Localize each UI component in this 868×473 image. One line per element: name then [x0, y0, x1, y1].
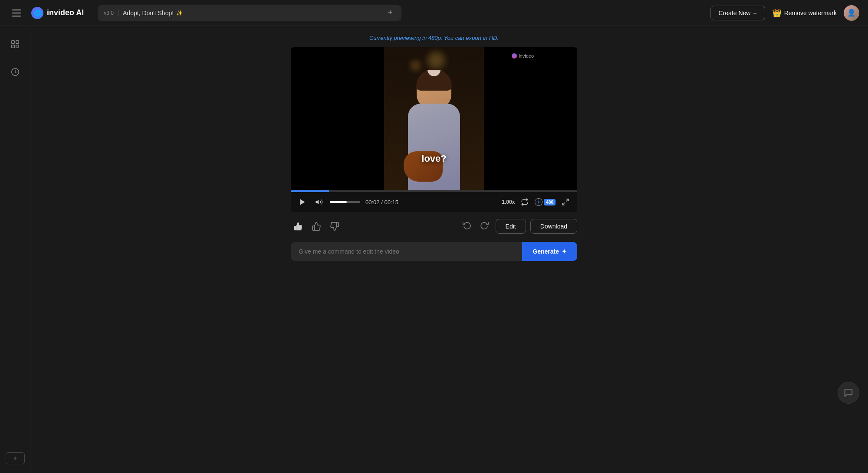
- svg-rect-2: [11, 45, 14, 48]
- remove-watermark-button[interactable]: 👑 Remove watermark: [772, 8, 837, 18]
- sparkle-icon: ✨: [176, 10, 183, 16]
- redo-button[interactable]: [477, 218, 491, 234]
- thumbs-up-filled-button[interactable]: [291, 219, 306, 234]
- volume-slider[interactable]: [330, 201, 360, 203]
- create-new-button[interactable]: Create New +: [710, 6, 765, 20]
- play-button[interactable]: [297, 196, 308, 208]
- video-caption: love?: [421, 153, 446, 164]
- svg-marker-6: [316, 200, 319, 205]
- project-tab[interactable]: v3.0 Adopt, Don't Shop! ✨ +: [98, 5, 401, 21]
- player-controls-right: 1.00x: [502, 196, 571, 208]
- nav-right: Create New + 👑 Remove watermark 👤: [710, 5, 859, 21]
- main-layout: » Currently previewing in 480p. You can …: [0, 26, 868, 473]
- watermark-icon: [512, 53, 517, 59]
- svg-rect-1: [16, 41, 18, 43]
- add-tab-button[interactable]: +: [385, 8, 395, 18]
- edit-button[interactable]: Edit: [496, 219, 526, 234]
- watermark: invideo: [512, 53, 534, 59]
- quality-badge: 480: [544, 199, 556, 206]
- svg-rect-3: [16, 45, 18, 48]
- expand-sidebar-button[interactable]: »: [6, 452, 25, 464]
- app-logo: 🌐 invideo AI: [31, 7, 84, 19]
- chat-button[interactable]: [838, 382, 859, 404]
- svg-line-8: [566, 199, 569, 201]
- action-row: Edit Download: [291, 218, 577, 234]
- svg-marker-5: [300, 199, 305, 205]
- undo-redo-controls: [460, 218, 491, 234]
- speed-display[interactable]: 1.00x: [502, 199, 515, 205]
- svg-point-7: [538, 202, 539, 203]
- menu-button[interactable]: [9, 6, 24, 20]
- video-controls: 00:02 / 00:15 1.00x: [291, 192, 577, 212]
- logo-icon: 🌐: [31, 7, 43, 19]
- left-sidebar: »: [0, 26, 30, 473]
- top-navigation: 🌐 invideo AI v3.0 Adopt, Don't Shop! ✨ +…: [0, 0, 868, 26]
- reaction-buttons: [291, 219, 342, 234]
- user-avatar[interactable]: 👤: [844, 5, 859, 21]
- svg-line-9: [562, 203, 565, 205]
- generate-button[interactable]: Generate ✦: [522, 242, 577, 261]
- thumbs-up-outline-button[interactable]: [309, 219, 324, 234]
- volume-button[interactable]: [313, 196, 325, 208]
- quality-icon: [535, 198, 542, 206]
- time-display: 00:02 / 00:15: [365, 199, 398, 206]
- app-name: invideo AI: [47, 8, 84, 17]
- volume-fill: [330, 201, 347, 203]
- command-row: Generate ✦: [291, 242, 577, 261]
- version-badge: v3.0: [104, 10, 118, 16]
- generate-sparkle-icon: ✦: [562, 248, 567, 255]
- quality-control[interactable]: 480: [535, 198, 556, 206]
- video-area[interactable]: invideo love?: [291, 47, 577, 190]
- sidebar-item-history[interactable]: [6, 62, 25, 82]
- crown-icon: 👑: [772, 8, 782, 18]
- sidebar-bottom: »: [6, 452, 25, 464]
- svg-rect-0: [11, 41, 14, 43]
- thumbs-down-button[interactable]: [327, 219, 342, 234]
- video-player: invideo love?: [291, 47, 577, 212]
- right-sidebar: [838, 26, 868, 473]
- command-input[interactable]: [291, 242, 522, 261]
- download-button[interactable]: Download: [530, 219, 577, 234]
- fullscreen-button[interactable]: [560, 196, 571, 208]
- preview-notice: Currently previewing in 480p. You can ex…: [369, 35, 499, 41]
- center-content: Currently previewing in 480p. You can ex…: [30, 26, 838, 473]
- sidebar-item-grid[interactable]: [6, 35, 25, 54]
- loop-button[interactable]: [519, 196, 530, 208]
- project-name: Adopt, Don't Shop! ✨: [123, 10, 183, 16]
- undo-button[interactable]: [460, 218, 474, 234]
